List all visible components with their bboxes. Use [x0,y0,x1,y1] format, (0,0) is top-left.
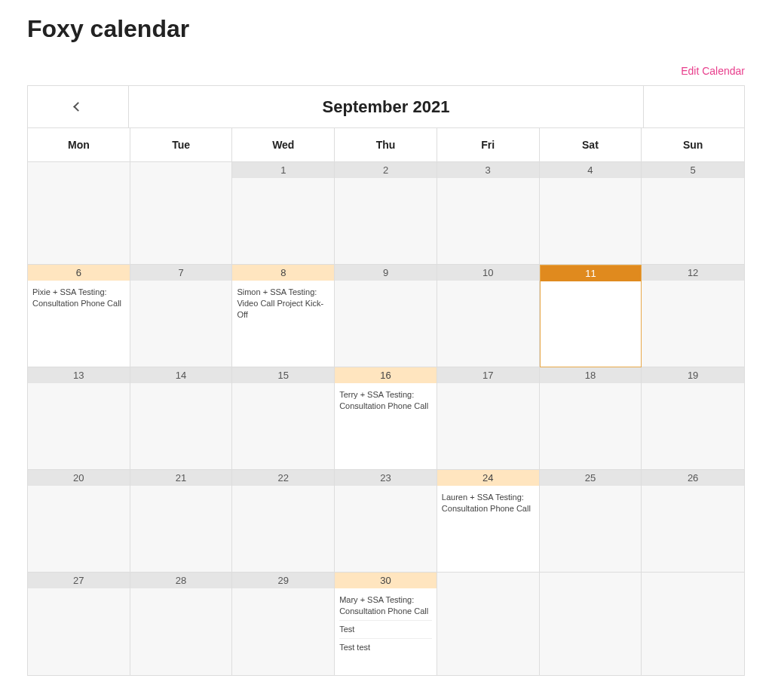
day-number: 23 [335,470,437,486]
calendar-cell[interactable]: 26 [642,470,744,573]
chevron-left-icon [73,102,83,112]
calendar-cell[interactable]: 15 [232,367,335,470]
calendar-cell[interactable]: 11 [540,265,642,367]
calendar-event[interactable]: Simon + SSA Testing: Video Call Project … [237,284,329,324]
day-of-week-header: Mon [28,128,130,161]
day-number: 24 [437,470,539,486]
calendar-cell[interactable]: 14 [130,367,233,470]
calendar: September 2021 MonTueWedThuFriSatSun 123… [27,85,745,676]
calendar-cell-empty [130,162,233,265]
event-list: Lauren + SSA Testing: Consultation Phone… [437,486,539,520]
day-of-week-header: Tue [130,128,233,161]
calendar-cell-empty [437,573,540,675]
calendar-cell[interactable]: 7 [130,265,233,367]
calendar-cell[interactable]: 27 [28,573,130,675]
day-number: 28 [130,573,232,588]
calendar-cell[interactable]: 10 [437,265,540,367]
calendar-cell[interactable]: 1 [232,162,335,265]
day-number: 8 [232,265,334,281]
day-number: 5 [642,162,744,178]
day-number: 4 [540,162,642,178]
day-number: 26 [642,470,744,486]
day-number: 22 [232,470,334,486]
calendar-cell[interactable]: 20 [28,470,130,573]
prev-month-button[interactable] [28,86,129,127]
day-of-week-header: Sat [540,128,642,161]
calendar-cell[interactable]: 28 [130,573,233,675]
day-number: 2 [335,162,437,178]
day-number: 9 [335,265,437,281]
calendar-header: September 2021 [28,86,744,128]
day-number: 12 [642,265,744,281]
day-of-week-header: Sun [642,128,744,161]
calendar-cell[interactable]: 19 [642,367,744,470]
calendar-cell[interactable]: 25 [540,470,642,573]
day-number: 27 [28,573,130,588]
calendar-cell[interactable]: 6Pixie + SSA Testing: Consultation Phone… [28,265,130,367]
day-number: 25 [540,470,642,486]
day-number: 10 [437,265,539,281]
day-number: 20 [28,470,130,486]
day-number: 29 [232,573,334,588]
calendar-cell-empty [540,573,642,675]
calendar-event[interactable]: Test [339,621,432,639]
calendar-cell[interactable]: 29 [232,573,335,675]
event-list: Mary + SSA Testing: Consultation Phone C… [335,588,437,659]
calendar-cell[interactable]: 8Simon + SSA Testing: Video Call Project… [232,265,335,367]
day-number: 11 [541,266,642,281]
event-list: Simon + SSA Testing: Video Call Project … [232,281,334,327]
day-number: 21 [130,470,232,486]
day-of-week-row: MonTueWedThuFriSatSun [28,128,744,162]
edit-calendar-link[interactable]: Edit Calendar [681,65,745,77]
calendar-cell[interactable]: 18 [540,367,642,470]
next-month-button[interactable] [643,86,744,127]
day-number: 17 [437,367,539,383]
calendar-cell-empty [642,573,744,675]
calendar-event[interactable]: Pixie + SSA Testing: Consultation Phone … [32,284,125,312]
calendar-cell-empty [28,162,130,265]
calendar-event[interactable]: Test test [339,639,432,656]
calendar-cell[interactable]: 21 [130,470,233,573]
calendar-cell[interactable]: 16Terry + SSA Testing: Consultation Phon… [335,367,437,470]
calendar-cell[interactable]: 5 [642,162,744,265]
day-number: 15 [232,367,334,383]
calendar-cell[interactable]: 3 [437,162,540,265]
calendar-cell[interactable]: 17 [437,367,540,470]
day-number: 18 [540,367,642,383]
calendar-event[interactable]: Terry + SSA Testing: Consultation Phone … [339,386,432,415]
calendar-cell[interactable]: 23 [335,470,437,573]
day-number: 1 [232,162,334,178]
page-title: Foxy calendar [27,15,745,43]
calendar-cell[interactable]: 4 [540,162,642,265]
day-number: 16 [335,367,437,383]
day-number: 7 [130,265,232,281]
day-number: 14 [130,367,232,383]
calendar-cell[interactable]: 12 [642,265,744,367]
calendar-cell[interactable]: 24Lauren + SSA Testing: Consultation Pho… [437,470,540,573]
calendar-cell[interactable]: 22 [232,470,335,573]
event-list: Terry + SSA Testing: Consultation Phone … [335,383,437,418]
month-title: September 2021 [129,86,643,127]
day-number: 6 [28,265,130,281]
calendar-cell[interactable]: 13 [28,367,130,470]
calendar-cell[interactable]: 9 [335,265,437,367]
day-of-week-header: Wed [232,128,335,161]
calendar-event[interactable]: Mary + SSA Testing: Consultation Phone C… [339,591,432,621]
calendar-event[interactable]: Lauren + SSA Testing: Consultation Phone… [442,489,535,517]
day-of-week-header: Fri [437,128,540,161]
day-of-week-header: Thu [335,128,437,161]
event-list: Pixie + SSA Testing: Consultation Phone … [28,281,130,315]
calendar-cell[interactable]: 2 [335,162,437,265]
day-number: 30 [335,573,437,588]
calendar-cell[interactable]: 30Mary + SSA Testing: Consultation Phone… [335,573,437,675]
day-number: 3 [437,162,539,178]
day-number: 13 [28,367,130,383]
day-number: 19 [642,367,744,383]
